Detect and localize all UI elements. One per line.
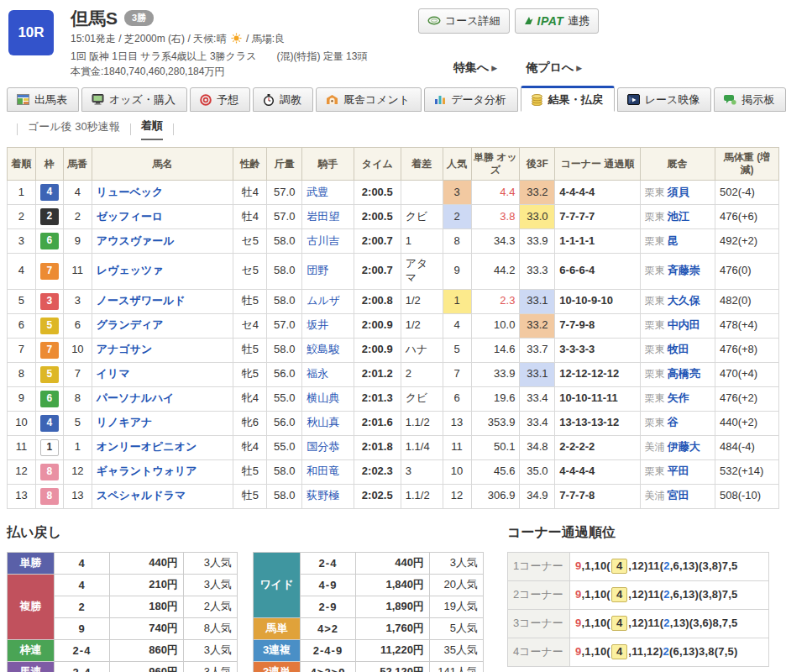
jockey-link[interactable]: 坂井 bbox=[307, 318, 328, 331]
horse-link[interactable]: グランディア bbox=[97, 318, 164, 331]
trainer-link[interactable]: 斉藤崇 bbox=[668, 264, 700, 276]
last-3f: 33.1 bbox=[520, 289, 555, 313]
tab-keiji[interactable]: 掲示板 bbox=[714, 87, 786, 112]
trainer-link[interactable]: 昆 bbox=[668, 234, 679, 247]
trainer-link[interactable]: 牧田 bbox=[668, 343, 689, 355]
course-detail-button[interactable]: コース詳細 bbox=[418, 8, 510, 34]
tab-shutsuba[interactable]: 出馬表 bbox=[7, 87, 79, 112]
win-odds: 34.3 bbox=[471, 229, 520, 254]
trainer-link[interactable]: 高橋亮 bbox=[668, 367, 700, 380]
jockey-link[interactable]: 和田竜 bbox=[307, 465, 339, 477]
jockey-link[interactable]: 秋山真 bbox=[307, 416, 339, 428]
horse-link[interactable]: オンリーオピニオン bbox=[97, 440, 196, 453]
jockey-link[interactable]: 国分恭 bbox=[307, 440, 339, 453]
results-col-13: 厩舎 bbox=[640, 148, 715, 181]
tab-chokyo[interactable]: 調教 bbox=[253, 87, 313, 112]
tab-kyusha[interactable]: 厩舎コメント bbox=[316, 87, 422, 112]
subnav-divider bbox=[173, 123, 174, 135]
orepro-link[interactable]: 俺プロへ▶ bbox=[526, 60, 582, 76]
finish-time: 2:01.8 bbox=[354, 435, 401, 459]
tab-kekka[interactable]: 結果・払戻 bbox=[521, 86, 615, 112]
trainer-link[interactable]: 中内田 bbox=[668, 318, 700, 331]
payout-row: 枠連2-4860円3人気 bbox=[8, 639, 238, 661]
runnerup-horse-number: 2 bbox=[663, 559, 669, 572]
horse-name: アウスヴァール bbox=[92, 229, 233, 254]
feature-link[interactable]: 特集へ▶ bbox=[453, 60, 497, 76]
sex-age: 牝5 bbox=[233, 362, 267, 386]
subnav-divider bbox=[130, 123, 131, 135]
horse-link[interactable]: パーソナルハイ bbox=[97, 391, 175, 404]
stable: 栗東須貝 bbox=[640, 181, 715, 205]
subnav-item-0[interactable]: ゴール後 30秒速報 bbox=[28, 119, 120, 139]
payout-amount: 960円 bbox=[110, 661, 184, 672]
frame-cell: 7 bbox=[35, 254, 63, 290]
frame-number-badge: 6 bbox=[40, 391, 59, 407]
horse-link[interactable]: リノキアナ bbox=[97, 416, 153, 428]
payout-amount: 180円 bbox=[110, 596, 184, 617]
win-odds: 3.8 bbox=[471, 205, 520, 229]
corner-positions: 4-4-4-4 bbox=[555, 459, 640, 484]
finish-time: 2:00.7 bbox=[354, 254, 401, 290]
jockey-link[interactable]: 横山典 bbox=[307, 391, 339, 404]
popularity: 12 bbox=[443, 484, 471, 508]
corner-positions: 7-7-7-8 bbox=[555, 484, 640, 508]
stable-icon bbox=[326, 94, 338, 105]
trainer-link[interactable]: 谷 bbox=[668, 416, 679, 428]
horse-link[interactable]: リューベック bbox=[97, 186, 164, 198]
subnav-item-1[interactable]: 着順 bbox=[141, 118, 163, 140]
jockey-link[interactable]: 武豊 bbox=[307, 186, 328, 198]
jockey-link[interactable]: 鮫島駿 bbox=[307, 343, 339, 355]
trainer-link[interactable]: 池江 bbox=[668, 210, 689, 223]
horse-link[interactable]: ギャラントウォリア bbox=[97, 465, 197, 477]
trainer-link[interactable]: 須貝 bbox=[668, 186, 689, 198]
payout-popularity: 141人気 bbox=[430, 661, 484, 672]
horse-link[interactable]: アウスヴァール bbox=[97, 234, 175, 247]
trainer-link[interactable]: 伊藤大 bbox=[668, 440, 700, 453]
horse-number: 8 bbox=[63, 386, 92, 411]
jockey-link[interactable]: 岩田望 bbox=[307, 210, 339, 223]
trainer-link[interactable]: 大久保 bbox=[668, 294, 700, 307]
frame-number-badge: 3 bbox=[40, 293, 59, 310]
trainer-link[interactable]: 平田 bbox=[668, 465, 689, 477]
stable-region: 栗東 bbox=[645, 465, 665, 477]
trainer-link[interactable]: 宮田 bbox=[668, 489, 689, 501]
bet-type-label: 枠連 bbox=[8, 639, 55, 661]
horse-link[interactable]: イリマ bbox=[97, 367, 130, 380]
tab-eizo[interactable]: レース映像 bbox=[617, 87, 712, 112]
tab-odds[interactable]: オッズ・購入 bbox=[81, 87, 187, 112]
finish-position: 12 bbox=[8, 459, 36, 484]
tab-yoso[interactable]: 予想 bbox=[190, 87, 250, 112]
finish-time: 2:00.5 bbox=[354, 205, 401, 229]
carried-weight: 57.0 bbox=[267, 181, 302, 205]
jockey-link[interactable]: 古川吉 bbox=[307, 234, 339, 247]
stable-region: 栗東 bbox=[645, 186, 665, 198]
frame-number-badge: 7 bbox=[40, 342, 59, 359]
payout-popularity: 3人気 bbox=[184, 552, 238, 574]
payout-combination: 4 bbox=[55, 552, 110, 574]
tab-data[interactable]: データ分析 bbox=[424, 87, 518, 112]
bet-type-label: 3連複 bbox=[254, 639, 301, 661]
ipat-link-button[interactable]: IPAT 連携 bbox=[515, 8, 600, 34]
finish-position: 8 bbox=[8, 362, 36, 386]
horse-link[interactable]: レヴェッツァ bbox=[97, 264, 164, 276]
jockey-link[interactable]: 福永 bbox=[307, 367, 328, 380]
trainer-link[interactable]: 矢作 bbox=[668, 391, 689, 404]
jockey: 坂井 bbox=[302, 313, 354, 338]
finish-time: 2:00.7 bbox=[354, 229, 401, 254]
stable-region: 栗東 bbox=[645, 417, 665, 428]
jockey-link[interactable]: ムルザ bbox=[307, 294, 340, 307]
payout-row: 馬単4>21,760円5人気 bbox=[254, 617, 484, 639]
horse-link[interactable]: アナゴサン bbox=[97, 343, 153, 355]
results-col-4: 性齢 bbox=[233, 148, 267, 181]
horse-number: 12 bbox=[63, 459, 92, 484]
jockey-link[interactable]: 団野 bbox=[307, 264, 328, 276]
horse-link[interactable]: ノースザワールド bbox=[97, 294, 186, 307]
horse-link[interactable]: スペシャルドラマ bbox=[97, 489, 186, 501]
result-row-10: 1045リノキアナ牝656.0秋山真2:01.61.1/213353.933.4… bbox=[8, 411, 779, 435]
jockey-link[interactable]: 荻野極 bbox=[307, 489, 339, 501]
corner-positions: 7-7-9-8 bbox=[555, 313, 640, 338]
payout-popularity: 3人気 bbox=[184, 639, 238, 661]
jockey: 国分恭 bbox=[302, 435, 354, 459]
jockey: 荻野極 bbox=[302, 484, 354, 508]
horse-link[interactable]: ゼッフィーロ bbox=[97, 210, 164, 223]
